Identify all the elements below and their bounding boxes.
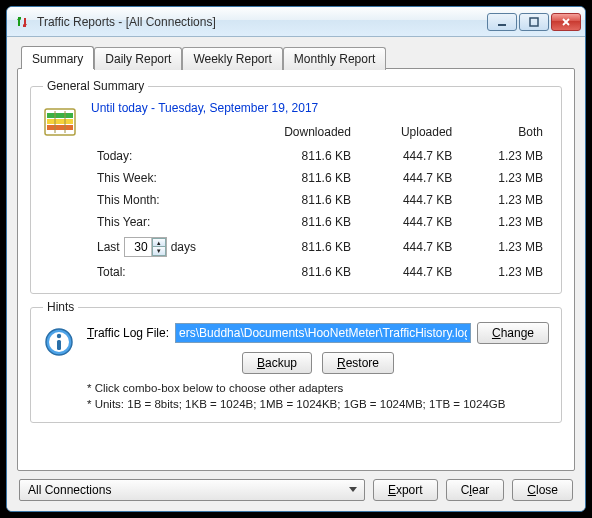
tab-monthly[interactable]: Monthly Report <box>283 47 386 70</box>
export-button[interactable]: Export <box>373 479 438 501</box>
table-row-total: Total: 811.6 KB 444.7 KB 1.23 MB <box>91 261 549 283</box>
general-summary-legend: General Summary <box>43 79 148 93</box>
cell-up: 444.7 KB <box>357 211 458 233</box>
table-row: Today: 811.6 KB 444.7 KB 1.23 MB <box>91 145 549 167</box>
cell-up: 444.7 KB <box>357 167 458 189</box>
tab-label: Daily Report <box>105 52 171 66</box>
row-label: Total: <box>91 261 231 283</box>
calendar-chart-icon <box>43 105 77 139</box>
window-title: Traffic Reports - [All Connections] <box>37 15 487 29</box>
col-empty <box>91 121 231 145</box>
row-label: This Month: <box>91 189 231 211</box>
svg-rect-1 <box>530 18 538 26</box>
cell-down: 811.6 KB <box>231 211 357 233</box>
last-suffix: days <box>171 240 196 254</box>
adapter-combo[interactable]: All Connections <box>19 479 365 501</box>
cell-up: 444.7 KB <box>357 145 458 167</box>
cell-up: 444.7 KB <box>357 233 458 261</box>
cell-up: 444.7 KB <box>357 261 458 283</box>
minimize-button[interactable] <box>487 13 517 31</box>
clear-button[interactable]: Clear <box>446 479 505 501</box>
last-prefix: Last <box>97 240 120 254</box>
cell-both: 1.23 MB <box>458 145 549 167</box>
cell-down: 811.6 KB <box>231 261 357 283</box>
tab-summary[interactable]: Summary <box>21 46 94 69</box>
date-line: Until today - Tuesday, September 19, 201… <box>91 101 549 115</box>
hint-note-1: * Click combo-box below to choose other … <box>87 380 549 396</box>
col-downloaded: Downloaded <box>231 121 357 145</box>
tab-strip: Summary Daily Report Weekly Report Month… <box>21 45 575 68</box>
cell-down: 811.6 KB <box>231 167 357 189</box>
restore-button[interactable]: Restore <box>322 352 394 374</box>
svg-rect-11 <box>57 340 61 350</box>
col-both: Both <box>458 121 549 145</box>
tab-label: Monthly Report <box>294 52 375 66</box>
cell-both: 1.23 MB <box>458 233 549 261</box>
log-file-input[interactable] <box>175 323 471 343</box>
cell-down: 811.6 KB <box>231 233 357 261</box>
col-uploaded: Uploaded <box>357 121 458 145</box>
svg-rect-5 <box>47 125 73 130</box>
table-row: This Week: 811.6 KB 444.7 KB 1.23 MB <box>91 167 549 189</box>
svg-rect-0 <box>498 24 506 26</box>
cell-both: 1.23 MB <box>458 189 549 211</box>
tab-weekly[interactable]: Weekly Report <box>182 47 282 70</box>
svg-point-10 <box>57 334 61 338</box>
svg-rect-4 <box>47 119 73 124</box>
bottom-bar: All Connections Export Clear Close <box>17 471 575 503</box>
maximize-button[interactable] <box>519 13 549 31</box>
tab-daily[interactable]: Daily Report <box>94 47 182 70</box>
row-label: Today: <box>91 145 231 167</box>
row-label: This Year: <box>91 211 231 233</box>
tab-panel: General Summary Until today - <box>17 68 575 471</box>
cell-both: 1.23 MB <box>458 211 549 233</box>
cell-down: 811.6 KB <box>231 189 357 211</box>
tab-label: Summary <box>32 52 83 66</box>
stats-table: Downloaded Uploaded Both Today: 811.6 KB… <box>91 121 549 283</box>
table-row: This Year: 811.6 KB 444.7 KB 1.23 MB <box>91 211 549 233</box>
hints-group: Hints Traffic Log File: <box>30 300 562 423</box>
close-button[interactable] <box>551 13 581 31</box>
change-button[interactable]: Change <box>477 322 549 344</box>
client-area: Summary Daily Report Weekly Report Month… <box>7 37 585 511</box>
adapter-value: All Connections <box>28 483 111 497</box>
titlebar[interactable]: Traffic Reports - [All Connections] <box>7 7 585 37</box>
table-row: This Month: 811.6 KB 444.7 KB 1.23 MB <box>91 189 549 211</box>
hints-legend: Hints <box>43 300 78 314</box>
svg-rect-3 <box>47 113 73 118</box>
btn-rest: hange <box>501 326 534 340</box>
chevron-down-icon <box>346 487 360 493</box>
general-summary-group: General Summary Until today - <box>30 79 562 294</box>
tab-label: Weekly Report <box>193 52 271 66</box>
info-icon <box>43 326 75 358</box>
backup-button[interactable]: Backup <box>242 352 312 374</box>
cell-up: 444.7 KB <box>357 189 458 211</box>
window-frame: Traffic Reports - [All Connections] Summ… <box>6 6 586 512</box>
days-spinner[interactable]: ▲ ▼ <box>124 237 167 257</box>
cell-both: 1.23 MB <box>458 167 549 189</box>
days-input[interactable] <box>125 240 151 254</box>
log-file-label: Traffic Log File: <box>87 326 169 340</box>
close-dialog-button[interactable]: Close <box>512 479 573 501</box>
cell-both: 1.23 MB <box>458 261 549 283</box>
spin-down-icon[interactable]: ▼ <box>152 247 166 256</box>
row-label: This Week: <box>91 167 231 189</box>
hint-note-2: * Units: 1B = 8bits; 1KB = 1024B; 1MB = … <box>87 396 549 412</box>
cell-down: 811.6 KB <box>231 145 357 167</box>
app-icon <box>15 14 31 30</box>
spin-up-icon[interactable]: ▲ <box>152 238 166 247</box>
table-row-last: Last ▲ ▼ <box>91 233 549 261</box>
